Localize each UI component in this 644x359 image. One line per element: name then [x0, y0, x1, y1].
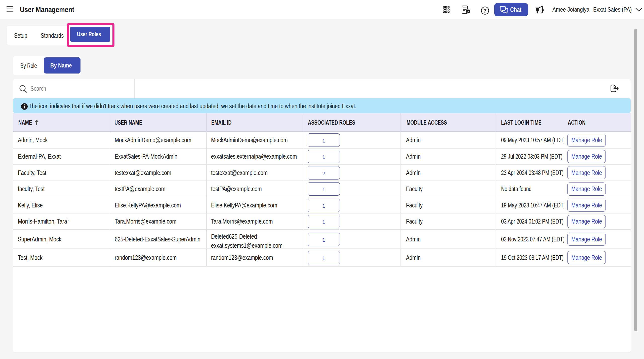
svg-text:?: ?	[483, 8, 487, 14]
